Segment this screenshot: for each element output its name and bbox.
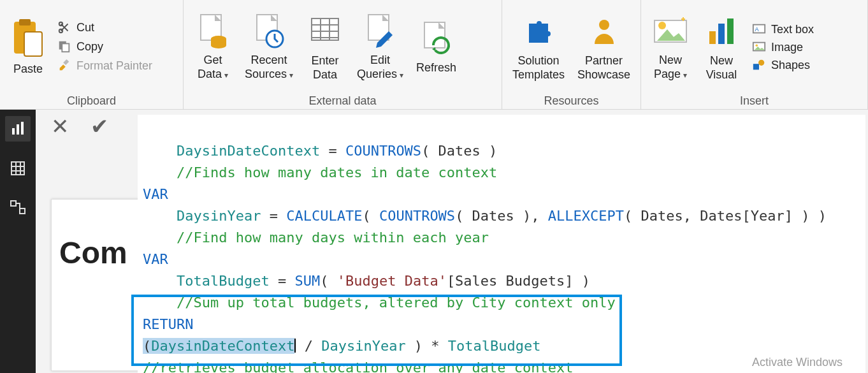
format-painter-button[interactable]: Format Painter	[57, 59, 152, 73]
text-box-label: Text box	[771, 23, 814, 36]
ribbon: Paste Cut Copy Format Painter Clipboard	[0, 0, 868, 110]
group-resources: Solution Templates Partner Showcase Reso…	[502, 0, 641, 109]
svg-rect-30	[17, 124, 19, 135]
shapes-button[interactable]: Shapes	[752, 58, 814, 72]
data-view-button[interactable]	[5, 156, 31, 181]
edit-queries-icon	[361, 12, 400, 50]
svg-point-26	[756, 44, 758, 47]
person-icon	[585, 13, 623, 51]
enter-data-label: Enter Data	[312, 54, 339, 82]
edit-queries-label: Edit Queries	[357, 53, 403, 82]
refresh-icon	[417, 20, 456, 58]
new-page-button[interactable]: New Page	[645, 11, 696, 82]
group-insert: New Page New Visual A Text box Image	[641, 0, 868, 109]
text-box-button[interactable]: A Text box	[752, 22, 814, 36]
partner-showcase-button[interactable]: Partner Showcase	[571, 11, 637, 82]
new-visual-button[interactable]: New Visual	[696, 11, 747, 82]
group-clipboard: Paste Cut Copy Format Painter Clipboard	[0, 0, 184, 109]
enter-data-icon	[306, 13, 344, 51]
new-visual-label: New Visual	[706, 54, 737, 82]
paste-label: Paste	[13, 62, 43, 76]
recent-sources-button[interactable]: Recent Sources	[238, 11, 300, 82]
text-box-icon: A	[752, 22, 766, 36]
windows-activation-watermark: Activate Windows	[752, 356, 843, 369]
paste-button[interactable]: Paste	[4, 18, 52, 76]
workspace: ✕ ✔ Com DaysinDateContext = COUNTROWS( D…	[0, 110, 868, 373]
svg-rect-27	[753, 64, 759, 69]
svg-rect-7	[63, 59, 69, 65]
svg-rect-32	[11, 162, 24, 175]
shapes-icon	[752, 58, 766, 72]
enter-data-button[interactable]: Enter Data	[300, 11, 351, 82]
highlight-box	[131, 295, 622, 366]
svg-rect-29	[12, 128, 15, 135]
group-external-data: Get Data Recent Sources Enter Data Edit …	[184, 0, 502, 109]
recent-sources-icon	[250, 12, 288, 50]
new-page-icon	[651, 12, 690, 50]
copy-icon	[57, 40, 71, 54]
get-data-icon	[194, 12, 232, 50]
report-view-button[interactable]	[5, 116, 31, 142]
cut-button[interactable]: Cut	[57, 20, 152, 34]
report-view-icon	[10, 121, 26, 137]
svg-point-28	[758, 60, 764, 66]
copy-label: Copy	[76, 40, 103, 54]
page-title: Com	[59, 236, 127, 270]
svg-rect-22	[727, 18, 734, 44]
formula-bar-controls: ✕ ✔	[51, 113, 108, 139]
svg-rect-21	[718, 24, 725, 44]
copy-button[interactable]: Copy	[57, 40, 152, 54]
cancel-formula-button[interactable]: ✕	[51, 113, 69, 139]
group-label-insert: Insert	[645, 91, 864, 108]
svg-rect-14	[312, 18, 338, 40]
svg-rect-34	[20, 208, 25, 214]
image-icon	[752, 40, 766, 54]
view-nav	[0, 110, 36, 373]
brush-icon	[57, 59, 71, 73]
refresh-button[interactable]: Refresh	[410, 18, 463, 75]
group-label-clipboard: Clipboard	[4, 91, 179, 108]
svg-point-19	[658, 22, 666, 29]
svg-rect-20	[709, 31, 716, 44]
svg-rect-33	[11, 201, 16, 206]
group-label-resources: Resources	[506, 91, 637, 108]
svg-point-11	[211, 42, 226, 48]
clipboard-icon	[11, 18, 45, 59]
svg-text:A: A	[755, 26, 760, 33]
commit-formula-button[interactable]: ✔	[90, 113, 108, 139]
bar-chart-icon	[702, 13, 741, 51]
svg-point-17	[599, 20, 609, 30]
svg-rect-6	[62, 43, 69, 52]
canvas: ✕ ✔ Com DaysinDateContext = COUNTROWS( D…	[36, 110, 868, 373]
refresh-label: Refresh	[416, 61, 456, 75]
svg-rect-31	[21, 122, 24, 135]
solution-templates-label: Solution Templates	[512, 54, 565, 82]
image-button[interactable]: Image	[752, 40, 814, 54]
cut-label: Cut	[76, 21, 94, 34]
get-data-label: Get Data	[198, 53, 228, 82]
group-label-external-data: External data	[187, 91, 498, 108]
data-view-icon	[10, 160, 26, 177]
recent-sources-label: Recent Sources	[245, 53, 293, 82]
shapes-label: Shapes	[771, 59, 810, 72]
new-page-label: New Page	[654, 53, 687, 82]
image-label: Image	[771, 41, 803, 54]
format-painter-label: Format Painter	[76, 59, 152, 73]
svg-rect-2	[24, 32, 42, 56]
svg-rect-1	[19, 19, 31, 26]
get-data-button[interactable]: Get Data	[187, 11, 238, 82]
solution-templates-button[interactable]: Solution Templates	[506, 11, 571, 82]
partner-showcase-label: Partner Showcase	[577, 54, 630, 82]
puzzle-icon	[519, 13, 558, 51]
edit-queries-button[interactable]: Edit Queries	[351, 11, 410, 82]
model-view-icon	[10, 200, 26, 216]
scissors-icon	[57, 20, 71, 34]
model-view-button[interactable]	[5, 195, 31, 221]
